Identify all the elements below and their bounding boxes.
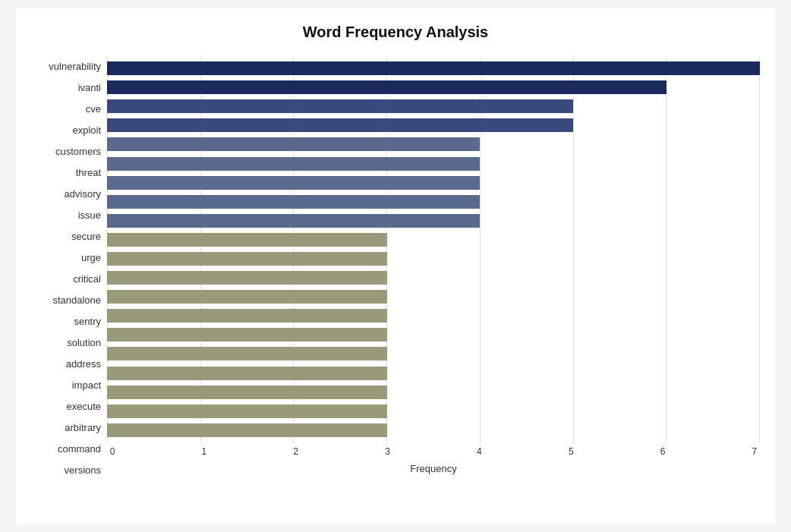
bar-row bbox=[107, 420, 760, 439]
y-axis-label: versions bbox=[65, 465, 101, 475]
bar bbox=[107, 61, 760, 75]
bar bbox=[107, 290, 387, 304]
y-axis-label: advisory bbox=[65, 189, 101, 199]
y-axis-label: standalone bbox=[52, 295, 101, 305]
y-axis-label: impact bbox=[72, 380, 101, 390]
bar bbox=[107, 195, 480, 209]
bar-row bbox=[107, 230, 760, 249]
y-axis-label: address bbox=[66, 359, 101, 369]
bar-row bbox=[107, 135, 760, 154]
y-axis-label: critical bbox=[73, 274, 101, 284]
y-axis-label: execute bbox=[66, 401, 101, 411]
x-tick: 5 bbox=[566, 446, 576, 457]
bar bbox=[107, 271, 387, 285]
y-axis-label: arbitrary bbox=[65, 423, 101, 433]
bar bbox=[107, 386, 387, 399]
y-axis-label: solution bbox=[67, 338, 101, 348]
bar bbox=[107, 347, 387, 360]
x-tick: 6 bbox=[657, 446, 668, 457]
bar-row bbox=[107, 382, 760, 401]
y-axis-label: threat bbox=[76, 168, 101, 178]
bar-row bbox=[107, 154, 760, 173]
x-tick: 7 bbox=[749, 446, 760, 457]
y-axis-label: customers bbox=[55, 146, 101, 156]
chart-title: Word Frequency Analysis bbox=[31, 24, 760, 41]
bar bbox=[107, 118, 573, 132]
bar bbox=[107, 80, 667, 94]
bar-row bbox=[107, 401, 760, 420]
bar-row bbox=[107, 326, 760, 345]
bar bbox=[107, 309, 387, 323]
bar-row bbox=[107, 307, 760, 326]
y-axis-label: urge bbox=[81, 253, 101, 263]
bar-row bbox=[107, 364, 760, 382]
bar bbox=[107, 214, 480, 228]
y-axis: vulnerabilityivanticveexploitcustomersth… bbox=[31, 56, 107, 481]
bar-row bbox=[107, 97, 760, 116]
x-axis: 01234567 Frequency bbox=[107, 443, 760, 481]
bar bbox=[107, 176, 480, 190]
bar-row bbox=[107, 345, 760, 364]
x-ticks: 01234567 bbox=[107, 443, 760, 457]
bars-inner bbox=[107, 56, 760, 443]
bar-row bbox=[107, 78, 760, 97]
y-axis-label: sentry bbox=[74, 316, 101, 326]
bars-and-xaxis: 01234567 Frequency bbox=[107, 56, 760, 481]
x-tick: 1 bbox=[199, 446, 210, 457]
y-axis-label: ivanti bbox=[78, 83, 101, 93]
bar bbox=[107, 328, 387, 342]
y-axis-label: exploit bbox=[72, 125, 101, 135]
bars-section bbox=[107, 56, 760, 443]
y-axis-label: secure bbox=[71, 231, 101, 241]
bar-row bbox=[107, 116, 760, 135]
bar-row bbox=[107, 173, 760, 192]
x-tick: 3 bbox=[383, 446, 393, 457]
bar-row bbox=[107, 288, 760, 307]
bar bbox=[107, 137, 480, 151]
bar bbox=[107, 423, 387, 437]
x-tick: 4 bbox=[474, 446, 484, 457]
bar-row bbox=[107, 59, 760, 78]
bar bbox=[107, 233, 387, 247]
x-axis-label: Frequency bbox=[107, 463, 760, 474]
y-axis-label: issue bbox=[78, 210, 101, 220]
bar-row bbox=[107, 211, 760, 230]
bar bbox=[107, 157, 480, 171]
chart-area: vulnerabilityivanticveexploitcustomersth… bbox=[31, 56, 760, 481]
x-tick: 2 bbox=[291, 446, 301, 457]
bar bbox=[107, 99, 573, 113]
bar-row bbox=[107, 249, 760, 268]
bar-row bbox=[107, 192, 760, 211]
bar bbox=[107, 367, 387, 380]
chart-container: Word Frequency Analysis vulnerabilityiva… bbox=[16, 8, 775, 524]
bar bbox=[107, 252, 387, 266]
bar-row bbox=[107, 269, 760, 288]
y-axis-label: vulnerability bbox=[49, 61, 101, 71]
x-tick: 0 bbox=[107, 446, 118, 457]
y-axis-label: cve bbox=[86, 104, 101, 114]
bar bbox=[107, 405, 387, 418]
y-axis-label: command bbox=[58, 444, 101, 454]
